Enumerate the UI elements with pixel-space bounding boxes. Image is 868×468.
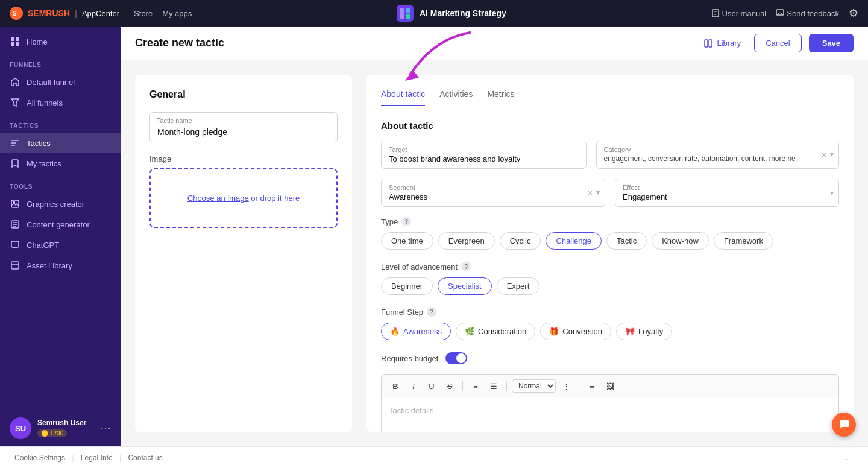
- segment-effect-row: Segment Awareness × ▾ Effect Engagement …: [381, 179, 839, 207]
- send-feedback-btn[interactable]: Send feedback: [776, 9, 839, 18]
- type-info-icon[interactable]: ?: [401, 217, 411, 226]
- sidebar: Home FUNNELS Default funnel All funnels …: [0, 27, 121, 446]
- type-evergreen[interactable]: Evergreen: [438, 232, 495, 250]
- settings-btn[interactable]: ⚙: [849, 7, 858, 20]
- user-more-btn[interactable]: ⋯: [100, 422, 111, 435]
- funnel-consideration[interactable]: 🌿 Consideration: [456, 323, 535, 340]
- sidebar-item-asset-library[interactable]: Asset Library: [0, 255, 121, 276]
- target-field: Target To boost brand awareness and loya…: [381, 141, 587, 169]
- rte-italic[interactable]: I: [406, 378, 421, 394]
- rte-more-options[interactable]: ⋮: [558, 378, 574, 394]
- type-label: Type ?: [381, 217, 839, 226]
- type-challenge[interactable]: Challenge: [546, 232, 602, 250]
- rte-format-select[interactable]: Normal: [512, 379, 556, 393]
- choose-image-link[interactable]: Choose an image: [187, 194, 249, 203]
- svg-rect-3: [406, 8, 410, 13]
- store-link[interactable]: Store: [134, 9, 153, 18]
- my-apps-link[interactable]: My apps: [162, 9, 192, 18]
- user-manual-btn[interactable]: User manual: [711, 9, 767, 18]
- tab-metrics[interactable]: Metrics: [487, 89, 514, 106]
- funnel-loyalty[interactable]: 🎀 Loyalty: [616, 323, 672, 340]
- rte-align[interactable]: ≡: [584, 378, 600, 394]
- funnel-conversion[interactable]: 🎁 Conversion: [540, 323, 611, 340]
- rte-bold[interactable]: B: [388, 378, 403, 394]
- rte-separator-3: [579, 381, 579, 391]
- segment-field: Segment Awareness × ▾: [381, 179, 605, 207]
- tabs: About tactic Activities Metrics: [381, 89, 839, 106]
- topnav: S SEMRUSH | AppCenter Store My apps AI M…: [0, 0, 868, 27]
- type-one-time[interactable]: One time: [381, 232, 433, 250]
- effect-expand-btn[interactable]: ▾: [830, 189, 834, 197]
- content-generator-icon: [10, 219, 20, 230]
- category-clear-btn[interactable]: ×: [822, 150, 826, 160]
- rte-separator-2: [506, 381, 507, 391]
- segment-expand-btn[interactable]: ▾: [596, 188, 600, 198]
- rte-body[interactable]: Tactic details: [381, 397, 839, 432]
- sidebar-item-home[interactable]: Home: [0, 31, 121, 52]
- cookie-settings-link[interactable]: Cookie Settings: [14, 454, 65, 462]
- rte-unordered-list[interactable]: ☰: [486, 378, 502, 394]
- graphics-creator-icon: [10, 198, 20, 209]
- library-button[interactable]: Library: [697, 35, 747, 52]
- topnav-links: Store My apps: [134, 9, 192, 18]
- sidebar-item-graphics-creator[interactable]: Graphics creator: [0, 194, 121, 214]
- segment-clear-btn[interactable]: ×: [588, 188, 593, 198]
- type-tactic[interactable]: Tactic: [606, 232, 647, 250]
- rte-strikethrough[interactable]: S: [442, 378, 458, 394]
- sidebar-user: SU Semrush User 🟡 1200 ⋯: [0, 410, 121, 446]
- app-title: AI Marketing Strategy: [420, 8, 506, 18]
- conversion-icon: 🎁: [549, 327, 559, 336]
- category-value: engagement, conversion rate, automation,…: [604, 154, 831, 163]
- funnel-step-group: Funnel Step ? 🔥 Awareness 🌿 Consideratio…: [381, 307, 839, 340]
- loyalty-icon: 🎀: [625, 327, 635, 336]
- target-value: To boost brand awareness and loyalty: [389, 154, 579, 163]
- level-specialist[interactable]: Specialist: [438, 277, 492, 295]
- type-cyclic[interactable]: Cyclic: [500, 232, 541, 250]
- tab-about-tactic[interactable]: About tactic: [381, 89, 425, 106]
- page-header-actions: Library Cancel Save: [697, 34, 854, 52]
- requires-budget-label: Requires budget: [381, 354, 438, 363]
- funnel-awareness[interactable]: 🔥 Awareness: [381, 323, 451, 340]
- rte-toolbar: B I U S ≡ ☰ Normal ⋮ ≡ 🖼: [381, 374, 839, 397]
- tactic-name-input[interactable]: [149, 112, 338, 142]
- svg-rect-2: [400, 8, 404, 19]
- sidebar-item-all-funnels[interactable]: All funnels: [0, 92, 121, 113]
- chat-button[interactable]: [832, 413, 856, 437]
- level-expert[interactable]: Expert: [497, 277, 540, 295]
- sidebar-item-my-tactics[interactable]: My tactics: [0, 153, 121, 174]
- contact-us-link[interactable]: Contact us: [128, 454, 162, 462]
- sidebar-item-default-funnel[interactable]: Default funnel: [0, 72, 121, 92]
- legal-info-link[interactable]: Legal Info: [81, 454, 113, 462]
- level-beginner[interactable]: Beginner: [381, 277, 433, 295]
- sidebar-item-content-generator[interactable]: Content generator: [0, 214, 121, 235]
- image-field: Image Choose an image or drop it here: [149, 154, 338, 228]
- svg-rect-19: [11, 241, 19, 247]
- rte-ordered-list[interactable]: ≡: [468, 378, 483, 394]
- rte-image[interactable]: 🖼: [602, 378, 618, 394]
- toggle-knob: [456, 353, 466, 363]
- save-button[interactable]: Save: [809, 34, 854, 52]
- cancel-button[interactable]: Cancel: [754, 34, 801, 52]
- general-panel: General Tactic name Image Choose an imag…: [135, 75, 352, 432]
- library-icon: [703, 39, 713, 48]
- type-framework[interactable]: Framework: [714, 232, 773, 250]
- image-upload-suffix: or drop it here: [249, 194, 300, 203]
- image-upload-zone[interactable]: Choose an image or drop it here: [149, 168, 338, 228]
- type-know-how[interactable]: Know-how: [652, 232, 709, 250]
- app-icon: [397, 5, 414, 22]
- credits-coin-icon: 🟡: [41, 430, 48, 437]
- semrush-logo-icon: S: [10, 7, 23, 20]
- rte-underline[interactable]: U: [424, 378, 439, 394]
- requires-budget-toggle[interactable]: [445, 352, 467, 364]
- tab-activities[interactable]: Activities: [439, 89, 473, 106]
- brand-logo[interactable]: S SEMRUSH | AppCenter: [10, 7, 119, 20]
- type-btn-group: One time Evergreen Cyclic Challenge Tact…: [381, 232, 839, 250]
- level-group: Level of advancement ? Beginner Speciali…: [381, 262, 839, 295]
- sidebar-item-chatgpt[interactable]: ChatGPT: [0, 235, 121, 255]
- sidebar-item-tactics[interactable]: Tactics: [0, 133, 121, 153]
- svg-rect-12: [16, 37, 19, 41]
- funnel-info-icon[interactable]: ?: [427, 307, 436, 317]
- target-label: Target: [389, 146, 579, 153]
- category-expand-btn[interactable]: ▾: [830, 150, 834, 160]
- level-info-icon[interactable]: ?: [461, 262, 471, 271]
